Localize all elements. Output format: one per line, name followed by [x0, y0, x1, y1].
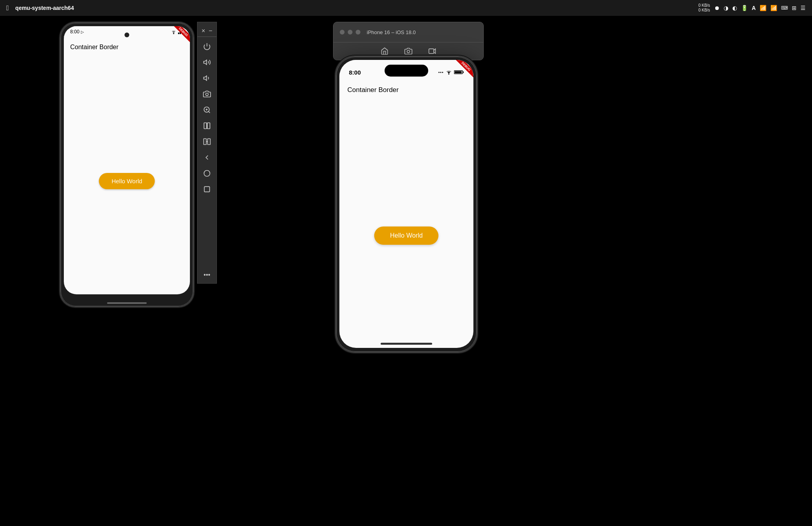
- menu-icon-2: ◑: [724, 5, 728, 11]
- android-screen: DEBUG 8:00 ▷: [64, 26, 190, 294]
- ios-toolbar-home-icon[interactable]: [381, 47, 389, 55]
- toolbar-minimize-button[interactable]: −: [207, 27, 214, 35]
- ios-debug-badge: DEBUG: [455, 60, 473, 78]
- android-emulator: DEBUG 8:00 ▷: [59, 22, 194, 307]
- ios-hello-world-button[interactable]: Hello World: [374, 227, 439, 245]
- menubar-left:  qemu-system-aarch64: [6, 4, 74, 12]
- svg-line-10: [209, 111, 210, 113]
- window-minimize-dot[interactable]: [348, 30, 352, 35]
- power-icon-button[interactable]: [200, 39, 214, 54]
- ios-toolbar-video-icon[interactable]: [428, 47, 436, 55]
- android-camera-dot: [124, 33, 129, 37]
- window-maximize-dot[interactable]: [356, 30, 360, 35]
- battery-icon: 🔋: [741, 5, 748, 11]
- keyboard-icon: A: [752, 5, 756, 11]
- svg-rect-21: [429, 49, 434, 54]
- menubar-right: 0 KB/s 0 KB/s ⏺ ◑ ◐ 🔋 A 📶 📶 ⌨ ⊞ ☰: [698, 3, 806, 13]
- android-time: 8:00 ▷: [70, 29, 84, 35]
- svg-marker-6: [204, 60, 207, 65]
- iphone-screen-title: Container Border: [347, 86, 465, 94]
- toolbar-close-button[interactable]: ×: [200, 27, 207, 35]
- app-name: qemu-system-aarch64: [15, 5, 74, 11]
- wifi-icon: 📶: [760, 5, 766, 11]
- home-icon-button[interactable]: [200, 166, 214, 180]
- svg-rect-19: [204, 186, 209, 192]
- network-stats: 0 KB/s 0 KB/s: [698, 3, 710, 13]
- ios-window-title: iPhone 16 – iOS 18.0: [367, 29, 416, 35]
- network-down: 0 KB/s: [698, 8, 710, 13]
- control-icon: ⊞: [792, 5, 797, 11]
- toolbar-window-controls: × −: [197, 25, 216, 37]
- airport-icon: 📶: [770, 5, 777, 11]
- signal-dots: •••: [438, 70, 444, 75]
- svg-point-20: [407, 50, 410, 53]
- window-close-dot[interactable]: [340, 30, 345, 35]
- android-home-indicator: [107, 302, 147, 304]
- android-debug-badge: DEBUG: [172, 26, 190, 43]
- iphone-time: 8:00: [349, 69, 361, 76]
- svg-rect-15: [204, 139, 207, 145]
- screenshot-icon-button[interactable]: [200, 87, 214, 101]
- zoom-icon-button[interactable]: [200, 103, 214, 117]
- more-options-button[interactable]: •••: [204, 271, 211, 278]
- menu-icon-1: ⏺: [714, 5, 720, 11]
- android-phone: DEBUG 8:00 ▷: [59, 22, 194, 307]
- network-up: 0 KB/s: [698, 3, 710, 8]
- rotate-icon-button[interactable]: [200, 134, 214, 149]
- iphone: DEBUG 8:00 •••: [335, 56, 478, 353]
- volume-down-icon-button[interactable]: [200, 71, 214, 85]
- apple-logo-icon: : [6, 4, 9, 12]
- svg-point-18: [204, 171, 210, 177]
- iphone-home-indicator: [381, 343, 432, 345]
- cast-icon: ▷: [81, 30, 84, 34]
- menu-icon-3: ◐: [732, 5, 737, 11]
- android-hello-world-button[interactable]: Hello World: [99, 173, 155, 189]
- svg-rect-14: [207, 123, 210, 129]
- android-toolbar: × −: [197, 22, 217, 284]
- system-icon: ⌨: [781, 5, 788, 11]
- recents-icon-button[interactable]: [200, 182, 214, 196]
- menubar:  qemu-system-aarch64 0 KB/s 0 KB/s ⏺ ◑ …: [0, 0, 812, 16]
- spotlight-icon: ☰: [801, 5, 806, 11]
- fold-icon-button[interactable]: [200, 119, 214, 133]
- volume-up-icon-button[interactable]: [200, 55, 214, 69]
- iphone-dynamic-island: [385, 65, 428, 77]
- iphone-container: DEBUG 8:00 •••: [335, 56, 482, 357]
- svg-marker-7: [204, 76, 207, 81]
- ios-simulator-window: iPhone 16 – iOS 18.0: [333, 22, 484, 60]
- svg-rect-13: [204, 123, 207, 129]
- ios-toolbar-screenshot-icon[interactable]: [404, 47, 412, 55]
- iphone-screen: DEBUG 8:00 •••: [339, 60, 473, 348]
- ios-window-titlebar: iPhone 16 – iOS 18.0: [333, 22, 483, 42]
- svg-point-8: [206, 93, 209, 96]
- back-icon-button[interactable]: [200, 150, 214, 165]
- svg-rect-16: [208, 139, 211, 145]
